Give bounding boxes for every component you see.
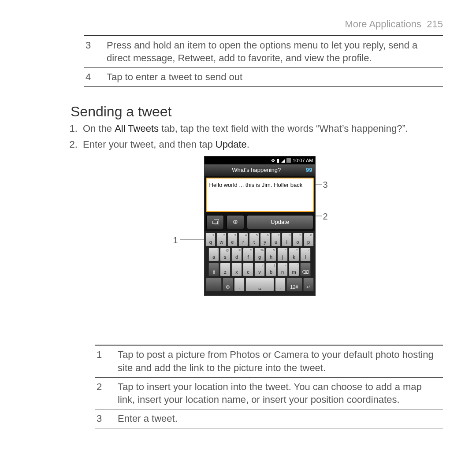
callout-number: 3 (95, 409, 116, 428)
key-u[interactable]: 7u (271, 233, 281, 246)
battery-icon (286, 158, 291, 163)
key-e[interactable]: 3e (227, 233, 238, 246)
key-dark wide[interactable] (206, 278, 222, 291)
key-j[interactable]: *j (277, 248, 288, 261)
phone-mock: ✥ ▮ ◢ 10:07 AM What's happening? 99 Hell… (204, 156, 316, 296)
key-b[interactable]: )b (266, 263, 276, 276)
key-m[interactable]: :m (289, 263, 299, 276)
compose-title: What's happening? (207, 166, 306, 174)
bottom-callout-table: 1 Tap to post a picture from Photos or C… (95, 345, 443, 428)
key-x[interactable]: ·x (231, 263, 242, 276)
gps-icon: ✥ (271, 157, 275, 164)
callout-number: 4 (84, 68, 105, 87)
key-h[interactable]: &h (266, 248, 276, 261)
key-⇧[interactable]: ⇧ (208, 263, 219, 276)
key-c[interactable]: 'c (243, 263, 253, 276)
key-,[interactable]: , (234, 278, 245, 291)
key-r[interactable]: 4r (238, 233, 249, 246)
phone-figure: 1 2 3 ✥ ▮ ◢ 10:07 AM What's happening? 9… (186, 156, 327, 337)
key-f[interactable]: $f (243, 248, 253, 261)
tweet-textarea[interactable]: Hello world ... this is Jim. Holler back (206, 178, 314, 212)
camera-icon: ⌴⃞ (212, 218, 218, 226)
key-y[interactable]: 6y (260, 233, 270, 246)
camera-button[interactable]: ⌴⃞ (206, 215, 224, 229)
compose-header: What's happening? 99 (205, 164, 315, 176)
key-␣[interactable]: ␣ (245, 278, 274, 291)
key-a[interactable]: !a (208, 248, 219, 261)
step-item: Enter your tweet, and then tap Update. (80, 138, 443, 151)
key-n[interactable]: -n (277, 263, 288, 276)
keyboard: 1q2w3e4r5t6y7u8i9o0p !a@s#d$f%g&h*j?k/l … (205, 231, 315, 295)
key-d[interactable]: #d (231, 248, 242, 261)
signal-bars-icon: ◢ (281, 157, 285, 164)
key-o[interactable]: 9o (293, 233, 303, 246)
callout-text: Tap to post a picture from Photos or Cam… (116, 345, 443, 377)
step-item: On the All Tweets tab, tap the text fiel… (80, 122, 443, 135)
annotation-1: 1 (173, 234, 178, 246)
location-icon: ⊕ (233, 218, 238, 226)
table-row: 3 Enter a tweet. (95, 409, 443, 428)
status-time: 10:07 AM (293, 157, 313, 164)
key-w[interactable]: 2w (216, 233, 227, 246)
table-row: 1 Tap to post a picture from Photos or C… (95, 345, 443, 377)
key-⌫[interactable]: ⌫ (300, 263, 311, 276)
section-title: More Applications (345, 19, 421, 30)
callout-text: Tap to insert your location into the twe… (116, 377, 443, 409)
table-row: 4 Tap to enter a tweet to send out (84, 68, 443, 87)
page-header: More Applications 215 (71, 18, 443, 31)
page-number: 215 (427, 19, 443, 30)
update-button[interactable]: Update (247, 215, 313, 229)
key-g[interactable]: %g (254, 248, 265, 261)
callout-number: 2 (95, 377, 116, 409)
key-.[interactable]: . (275, 278, 286, 291)
statusbar: ✥ ▮ ◢ 10:07 AM (205, 156, 315, 164)
steps-list: On the All Tweets tab, tap the text fiel… (80, 122, 443, 151)
annotation-2: 2 (323, 211, 328, 223)
table-row: 3 Press and hold an item to open the opt… (84, 36, 443, 68)
key-z[interactable]: ~z (220, 263, 231, 276)
char-count: 99 (306, 166, 312, 174)
key-t[interactable]: 5t (249, 233, 259, 246)
section-heading: Sending a tweet (71, 102, 443, 121)
location-button[interactable]: ⊕ (227, 215, 244, 229)
annotation-3: 3 (323, 179, 328, 191)
key-v[interactable]: (v (254, 263, 265, 276)
compose-toolbar: ⌴⃞ ⊕ Update (205, 213, 315, 231)
table-row: 2 Tap to insert your location into the t… (95, 377, 443, 409)
key-l[interactable]: /l (300, 248, 311, 261)
callout-text: Tap to enter a tweet to send out (105, 68, 443, 87)
text-cursor (303, 182, 303, 188)
key-k[interactable]: ?k (289, 248, 299, 261)
callout-number: 1 (95, 345, 116, 377)
callout-number: 3 (84, 36, 105, 68)
settings-key[interactable]: ⚙ (223, 278, 233, 291)
key-s[interactable]: @s (220, 248, 231, 261)
top-callout-table: 3 Press and hold an item to open the opt… (84, 35, 443, 87)
callout-text: Press and hold an item to open the optio… (105, 36, 443, 68)
key-q[interactable]: 1q (205, 233, 216, 246)
signal-icon: ▮ (277, 157, 279, 164)
key-i[interactable]: 8i (282, 233, 292, 246)
key-12#[interactable]: 12# (286, 278, 302, 291)
key-p[interactable]: 0p (304, 233, 314, 246)
callout-text: Enter a tweet. (116, 409, 443, 428)
key-↵[interactable]: ↵ (303, 278, 314, 291)
